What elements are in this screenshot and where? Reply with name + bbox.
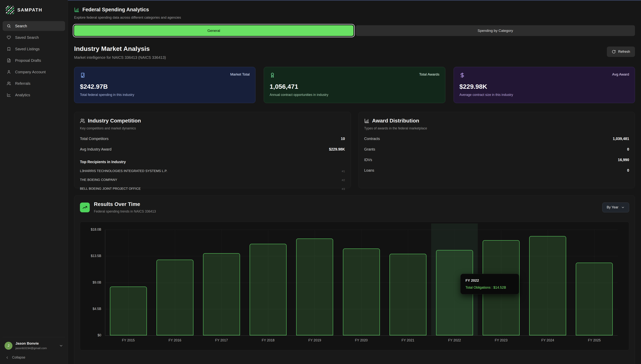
sidebar-item-saved-search[interactable]: Saved Search (3, 32, 65, 42)
user-menu[interactable]: J Jason Bonvie jasonb3194@gmail.com (5, 342, 63, 350)
results-subtitle: Federal spending trends in NAICS 336413 (94, 210, 156, 214)
sidebar-item-label: Company Account (15, 70, 46, 74)
grants-row: Grants 0 (364, 147, 629, 152)
sidebar-item-referrals[interactable]: Referrals (3, 78, 65, 88)
card-description: Annual contract opportunities in industr… (270, 93, 439, 97)
loans-row: Loans 0 (364, 168, 629, 172)
sidebar-item-search[interactable]: Search (3, 21, 65, 31)
page-subtitle: Explore federal spending data across dif… (74, 16, 635, 20)
bar-fy-2020[interactable] (343, 248, 380, 335)
sidebar-nav: Search Saved Search Saved Listings Propo… (3, 21, 65, 102)
avatar: J (5, 342, 13, 350)
sidebar-item-label: Proposal Drafts (15, 58, 41, 63)
recipient-row: THE BOEING COMPANY #2 (80, 178, 345, 182)
sidebar-footer: J Jason Bonvie jasonb3194@gmail.com Coll… (3, 337, 65, 360)
user-name: Jason Bonvie (16, 342, 47, 346)
stat-cards: Market Total $242.97B Total federal spen… (74, 67, 635, 103)
heart-icon (7, 36, 11, 40)
sidebar-item-proposal-drafts[interactable]: Proposal Drafts (3, 56, 65, 66)
users-icon (80, 118, 85, 124)
by-year-dropdown[interactable]: By Year (602, 202, 629, 212)
y-axis-tick-label: $9.0B (80, 280, 101, 284)
file-text-icon (7, 58, 11, 62)
x-axis-tick-label: FY 2020 (338, 338, 385, 342)
bar-fy-2025[interactable] (576, 263, 613, 335)
results-over-time-panel: Results Over Time Federal spending trend… (74, 196, 635, 364)
card-label: Total Awards (419, 72, 439, 76)
card-value: $229.98K (459, 83, 629, 90)
trending-up-icon (80, 202, 90, 212)
refresh-button[interactable]: Refresh (607, 46, 635, 57)
results-title: Results Over Time (94, 201, 156, 207)
tooltip-value: Total Obligations : $14.52B (465, 286, 514, 290)
award-distribution-panel: Award Distribution Types of awards in th… (358, 112, 635, 188)
avg-industry-award-row: Avg Industry Award $229.98K (80, 147, 345, 152)
brand-logo: SAMPATH (3, 5, 65, 21)
brand-name: SAMPATH (17, 7, 43, 12)
chevron-down-icon (59, 344, 63, 348)
contracts-row: Contracts 1,039,481 (364, 136, 629, 141)
y-axis-tick-label: $4.5B (80, 307, 101, 311)
card-value: 1,056,471 (270, 83, 439, 90)
spending-trend-bar-chart: FY 2025FY 2024FY 2023FY 2022FY 2021FY 20… (80, 222, 629, 350)
user-email: jasonb3194@gmail.com (16, 346, 47, 350)
bar-chart-icon (364, 118, 369, 124)
bar-fy-2016[interactable] (157, 260, 193, 335)
bar-fy-2018[interactable] (250, 244, 287, 335)
x-axis-tick-label: FY 2023 (478, 338, 524, 342)
card-label: Avg Award (612, 72, 629, 76)
tab-spending-by-category[interactable]: Spending by Category (356, 25, 635, 36)
card-value: $242.97B (80, 83, 250, 90)
bar-chart-icon (74, 7, 79, 12)
bar-fy-2024[interactable] (529, 236, 566, 335)
view-tabs: General Spending by Category (74, 25, 635, 36)
recipients-heading: Top Recipients in Industry (80, 160, 345, 164)
sidebar-item-company-account[interactable]: Company Account (3, 67, 65, 77)
total-awards-card: Total Awards 1,056,471 Annual contract o… (264, 67, 445, 103)
section-subtitle: Market intelligence for NAICS 336413 (NA… (74, 56, 166, 60)
bar-fy-2017[interactable] (203, 253, 240, 335)
panel-title: Award Distribution (372, 118, 419, 124)
collapse-sidebar-button[interactable]: Collapse (5, 356, 63, 360)
industry-competition-panel: Industry Competition Key competitors and… (74, 112, 351, 188)
sidebar-item-label: Saved Search (15, 36, 39, 40)
page-title: Federal Spending Analytics (82, 7, 149, 12)
x-axis-tick-label: FY 2022 (431, 338, 478, 342)
bar-fy-2019[interactable] (296, 238, 333, 335)
chart-tooltip: FY 2022 Total Obligations : $14.52B (460, 274, 519, 294)
sidebar-item-label: Referrals (15, 82, 30, 86)
sampath-logo-icon (6, 6, 14, 14)
sidebar-item-saved-listings[interactable]: Saved Listings (3, 44, 65, 54)
x-axis-tick-label: FY 2019 (291, 338, 338, 342)
y-axis-tick-label: $18.0B (80, 228, 101, 232)
x-axis-tick-label: FY 2021 (385, 338, 431, 342)
sidebar-item-analytics[interactable]: Analytics (3, 90, 65, 100)
tooltip-title: FY 2022 (465, 278, 514, 282)
search-icon (7, 24, 11, 28)
bookmark-icon (7, 47, 11, 51)
card-description: Total federal spending in this industry (80, 93, 250, 97)
x-axis-tick-label: FY 2018 (245, 338, 291, 342)
sidebar-item-label: Analytics (15, 93, 30, 97)
avg-award-card: Avg Award $229.98K Average contract size… (454, 67, 635, 103)
chart-line-icon (7, 93, 11, 97)
chevron-left-icon (5, 356, 9, 360)
market-total-card: Market Total $242.97B Total federal spen… (74, 67, 255, 103)
bar-fy-2015[interactable] (110, 286, 147, 335)
building-icon (80, 72, 86, 78)
panel-subtitle: Key competitors and market dynamics (80, 126, 345, 130)
refresh-icon (612, 50, 616, 54)
x-axis-tick-label: FY 2024 (524, 338, 571, 342)
collapse-label: Collapse (12, 356, 25, 360)
bar-fy-2021[interactable] (389, 254, 426, 335)
user-icon (7, 70, 11, 74)
card-label: Market Total (230, 72, 250, 76)
award-icon (270, 72, 275, 78)
dollar-icon (459, 72, 465, 78)
total-competitors-row: Total Competitors 10 (80, 136, 345, 141)
idvs-row: IDVs 16,990 (364, 158, 629, 162)
card-description: Average contract size in this industry (459, 93, 629, 97)
chevron-down-icon (621, 206, 625, 209)
tab-general[interactable]: General (74, 25, 353, 36)
y-gridline (105, 335, 618, 336)
